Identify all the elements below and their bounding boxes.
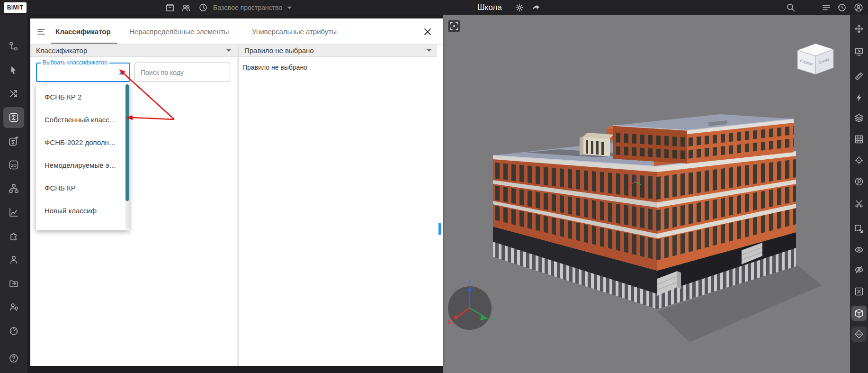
clip-plane-button[interactable] [850,324,868,344]
selection-area-button[interactable] [850,219,868,239]
chevron-down-icon [427,49,431,52]
dropdown-item[interactable]: Новый классиф [36,199,129,222]
classifier-select[interactable]: Выбрать классификатор [36,63,130,82]
help-button[interactable] [0,347,27,370]
classifier-dropdown-menu: ФСНБ КР 2 Собственный класс… ФСНБ-2022 д… [36,83,129,230]
app-logo[interactable]: BiMiT [4,2,27,13]
charts-icon [9,207,19,218]
sync-history-icon [837,3,847,12]
panel-scrollbar-thumb[interactable] [438,223,441,235]
search-icon [786,3,796,12]
tab-classifier[interactable]: Классификатор [55,18,111,45]
tab-unallocated-elements[interactable]: Нераспределённые элементы [129,18,229,45]
axis-x-label: X [448,319,451,325]
section-cut-button[interactable] [850,194,868,214]
plugins-button[interactable] [0,225,27,247]
dropdown-item[interactable]: ФСНБ КР 2 [36,85,129,108]
show-elements-button[interactable] [850,240,868,260]
locate-target-icon [854,155,864,165]
navigation-gizmo[interactable]: Z X Y [448,279,493,330]
tab-universal-attributes[interactable]: Универсальные атрибуты [252,18,337,45]
account-icon [854,3,863,12]
project-settings-button[interactable] [513,0,526,15]
focus-icon [449,21,459,31]
help-icon [9,353,19,364]
classifier-select-input[interactable] [40,64,116,80]
chevron-down-icon [226,49,231,52]
volumes-sum-button[interactable] [0,106,27,129]
pan-button[interactable] [850,19,868,39]
code-search-input[interactable] [135,63,230,82]
user-location-button[interactable] [0,296,27,318]
main-menu-button[interactable] [820,0,833,15]
classifier-panel: Классификатор Нераспределённые элементы … [30,18,443,366]
eye-off-icon [854,265,864,274]
locate-button[interactable] [850,150,868,170]
chevron-up-icon [119,72,124,74]
scissors-icon [854,199,864,209]
search-button[interactable] [784,0,797,15]
roof-penthouse [580,133,614,156]
user-button[interactable] [0,248,27,271]
right-toolbar [850,15,868,373]
lightning-icon [854,93,864,102]
model-tree-button[interactable] [0,35,27,58]
workspace-select[interactable]: Базовое пространство [213,0,292,15]
measure-button[interactable] [850,66,868,86]
share-button[interactable] [529,0,543,15]
cube-view-button[interactable] [850,303,868,323]
hide-elements-button[interactable] [850,260,868,280]
versions-button[interactable] [197,0,210,15]
classifier-column-header[interactable]: Классификатор [30,45,237,57]
clash-detection-button[interactable] [0,82,27,105]
viewport-3d[interactable]: Справа Слева Z X Y [443,15,850,373]
collaboration-button[interactable] [179,0,193,15]
view-cube[interactable]: Справа Слева [797,44,833,74]
sync-button[interactable] [835,0,849,15]
structure-hierarchy-button[interactable] [0,177,27,200]
clear-isolation-button[interactable] [850,282,868,301]
active-tab-underline [51,43,117,44]
rule-empty-text: Правило не выбрано [239,57,437,78]
rule-column: Правило не выбрано Правило не выбрано [238,45,437,366]
parameters-button[interactable] [850,172,868,191]
dropdown-item[interactable]: ФСНБ-2022 дополн… [36,131,129,154]
charts-button[interactable] [0,201,27,224]
plugins-icon [9,231,19,241]
workspace-select-value: Базовое пространство [213,4,282,11]
fit-screen-button[interactable] [850,42,868,62]
volumes-sum-add-button[interactable] [0,130,27,153]
scene-3d: Справа Слева Z X Y [443,15,850,373]
dropdown-scrollbar-thumb[interactable] [125,84,129,201]
layers-button[interactable] [850,108,868,128]
panel-close-button[interactable] [421,26,434,38]
code-search-field[interactable] [134,63,230,82]
dashboard-button[interactable] [0,319,27,342]
workspace-box-button[interactable] [163,0,177,15]
clash-detection-icon [9,89,19,99]
layers-icon [854,113,864,123]
select-tool-button[interactable] [0,59,27,82]
box-x-icon [854,287,864,296]
export-folder-button[interactable] [0,272,27,295]
dropdown-scrollbar[interactable] [125,84,129,229]
team-icon [181,3,191,12]
dropdown-item[interactable]: Собственный класс… [36,108,129,131]
pan-icon [854,24,864,34]
quick-tools-button[interactable] [850,88,868,108]
axis-y-label: Y [490,318,493,323]
account-button[interactable] [852,0,865,15]
drawings-2d-button[interactable]: 2D [0,154,27,176]
dropdown-item[interactable]: Немоделируемые э… [36,154,129,176]
model-tree-icon [9,41,19,52]
panel-menu-button[interactable] [35,26,47,38]
left-toolbar: 2D [0,15,27,373]
dropdown-item[interactable]: ФСНБ КР [36,176,129,199]
export-folder-icon [9,278,19,289]
history-icon [198,3,208,12]
rule-column-header[interactable]: Правило не выбрано [239,45,437,57]
focus-button[interactable] [448,20,460,32]
building-model[interactable] [493,114,822,342]
drawings-2d-icon: 2D [9,160,19,170]
grid-button[interactable] [850,129,868,149]
